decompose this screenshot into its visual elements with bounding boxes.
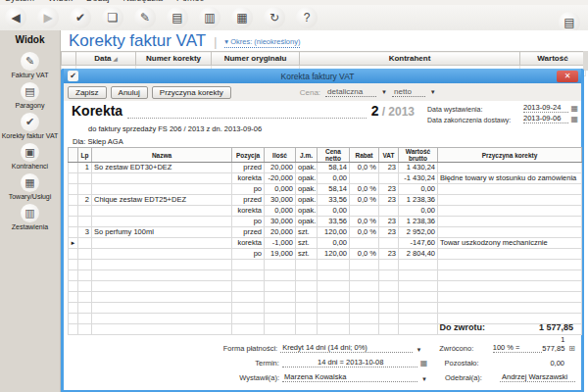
cell-przyczyna-korekty[interactable]: Błędne towary w stosunku do zamówienia <box>438 173 582 184</box>
list-column-header-numer-korekty[interactable]: Numer korekty <box>136 52 212 66</box>
cell-ilosc[interactable]: -1,000 <box>265 238 296 249</box>
scrollbar[interactable] <box>583 51 588 71</box>
cell-jm: opak. <box>296 195 318 206</box>
sidebar-item-korekty-faktur-vat[interactable]: ✔Korekty faktur VAT <box>0 113 60 143</box>
sidebar-item-kontrahenci[interactable]: ▣Kontrahenci <box>0 143 60 173</box>
list-column-header-kontrahent[interactable]: Kontrahent <box>300 52 520 66</box>
corr-column-header-rabat: Rabat <box>350 148 379 163</box>
cancel-button[interactable]: Anuluj <box>111 86 148 99</box>
menu-item-narzędzia[interactable]: Narzędzia <box>123 0 164 3</box>
document-heading-row: Korekta 2 / 2013 <box>72 103 415 119</box>
sidebar-item-faktury-vat[interactable]: ✎Faktury VAT <box>0 52 60 82</box>
export-icon[interactable]: ▥ <box>199 7 220 28</box>
recipient-line: Dla: Sklep AGA <box>73 137 123 146</box>
price-mode-dropdown[interactable]: netto <box>392 87 425 97</box>
calendar-icon[interactable]: ▦ <box>417 359 431 368</box>
cell-vat: 23 <box>379 184 399 195</box>
dropdown-arrow-icon[interactable]: ▼ <box>413 347 426 353</box>
cell-nazwa <box>92 238 232 249</box>
cell-cena-netto: 58,14 <box>318 184 350 195</box>
cell-cena-netto[interactable]: 0,00 <box>318 173 350 184</box>
new-document-icon[interactable]: ❏ <box>102 7 123 28</box>
cell-ilosc[interactable]: -20,000 <box>265 173 296 184</box>
delivery-date-field[interactable]: 2013-09-06 <box>523 114 568 123</box>
save-button[interactable]: Zapisz <box>68 86 107 99</box>
edit-pen-icon[interactable]: ✎ <box>134 7 156 28</box>
document-heading: Korekta <box>72 103 122 119</box>
cell-row-marker <box>69 217 78 227</box>
dialog-titlebar[interactable]: ✔ Korekta faktury VAT ✕ <box>64 69 581 83</box>
cell-nazwa: Chique zestaw EDT25+DEZ <box>92 195 232 206</box>
cell-cena-netto[interactable]: 0,00 <box>318 206 350 217</box>
menu-item-system[interactable]: System <box>5 0 34 3</box>
list-column-header-selector[interactable] <box>62 52 76 66</box>
empty-cell <box>350 260 379 270</box>
cell-ilosc[interactable]: 0,000 <box>265 206 296 217</box>
empty-row <box>69 292 582 303</box>
cell-cena-netto[interactable]: 0,00 <box>318 238 350 249</box>
list-column-header-numer-oryginału[interactable]: Numer oryginału <box>212 52 300 66</box>
print-icon[interactable]: ▤ <box>167 7 188 28</box>
dropdown-arrow-icon[interactable]: ▼ <box>417 376 431 382</box>
sidebar-item-paragony[interactable]: ▤Paragony <box>0 82 60 113</box>
cell-przyczyna-korekty[interactable]: Towar uszkodzony mechanicznie <box>438 238 582 249</box>
cell-rabat: 0,0 % <box>350 195 379 206</box>
period-filter-link[interactable]: ▾ Okres: (nieokreślony) <box>224 37 300 48</box>
cell-pozycja: przed <box>232 163 265 173</box>
issuer-dropdown[interactable]: Marzena Kowalska <box>282 372 417 382</box>
reports-icon: ▥ <box>21 204 39 222</box>
close-button[interactable]: ✕ <box>557 71 578 82</box>
empty-cell <box>379 281 399 292</box>
returned-value[interactable]: 1 577,85 <box>542 335 564 353</box>
issue-date-field[interactable]: 2013-09-24 <box>523 103 568 113</box>
menu-item-dodaj[interactable]: Dodaj <box>86 0 110 3</box>
cell-lp <box>78 238 92 249</box>
price-type-dropdown[interactable]: detaliczna <box>325 87 376 97</box>
receiver-field[interactable]: Andrzej Warszawski <box>500 372 575 382</box>
item-row-3-korekta[interactable]: ►korekta-1,000szt.0,00-147,60Towar uszko… <box>69 238 582 249</box>
issuer-label: Wystawił(a): <box>211 373 282 382</box>
cell-przyczyna-korekty[interactable] <box>438 206 582 217</box>
corr-column-header-wartość-brutto: Wartość brutto <box>399 148 438 163</box>
empty-cell <box>438 292 582 303</box>
totals-row: Do zwrotu: 1 577,85 <box>358 322 573 332</box>
menu-item-widok[interactable]: Widok <box>48 0 73 3</box>
payment-form-dropdown[interactable]: Kredyt 14 dni (14 dni; 0%) <box>280 343 412 353</box>
empty-cell <box>78 281 92 292</box>
item-row-1-korekta[interactable]: korekta-20,000opak.0,00-1 430,24Błędne t… <box>69 173 582 184</box>
document-number[interactable]: 2 <box>371 103 379 119</box>
forward-icon[interactable]: ▶ <box>37 7 59 28</box>
due-value: 1 577,85 <box>485 322 573 332</box>
refresh-icon[interactable]: ↻ <box>264 7 285 28</box>
price-controls: Cena: detaliczna ▼ netto ▼ <box>300 87 436 97</box>
dropdown-arrow-icon[interactable]: ▼ <box>381 89 387 95</box>
corr-column-header-lp: Lp <box>78 148 92 163</box>
cell-nazwa <box>92 173 232 184</box>
term-field[interactable]: 14 dni = 2013-10-08 <box>282 358 417 368</box>
empty-cell <box>399 292 438 303</box>
recipient-value[interactable]: Sklep AGA <box>87 137 122 146</box>
calculator-icon[interactable]: ⊞ <box>564 344 575 353</box>
item-row-2-korekta[interactable]: korekta0,000opak.0,000,00 <box>69 206 582 217</box>
sidebar-item-zestawienia[interactable]: ▥Zestawienia <box>0 204 60 234</box>
sidebar-item-towary-usługi[interactable]: ▦Towary/Usługi <box>0 173 60 204</box>
correction-reason-button[interactable]: Przyczyna korekty <box>152 86 231 99</box>
cell-jm: opak. <box>296 217 318 227</box>
cell-lp <box>78 184 92 195</box>
list-column-header-data[interactable]: Data ◢ <box>76 52 136 66</box>
calendar-icon[interactable]: ▦ <box>568 104 578 113</box>
list-column-header-wartość[interactable]: Wartość <box>520 52 586 66</box>
returned-percent-field[interactable]: 100 % = <box>493 343 543 353</box>
cell-rabat[interactable] <box>350 238 379 249</box>
dropdown-arrow-icon[interactable]: ▼ <box>430 89 436 95</box>
archive-icon[interactable]: ▦ <box>231 7 253 28</box>
back-icon[interactable]: ◀ <box>5 7 26 28</box>
cell-rabat[interactable] <box>350 206 379 217</box>
sidebar-item-label: Towary/Usługi <box>0 192 60 201</box>
accept-icon[interactable]: ✔ <box>70 7 91 28</box>
cell-rabat[interactable] <box>350 173 379 184</box>
menu-item-pomoc[interactable]: Pomoc <box>176 0 204 3</box>
help-icon[interactable]: ? <box>296 7 318 28</box>
calendar-icon[interactable]: ▦ <box>568 115 578 123</box>
page-title: Korekty faktur VAT <box>69 31 206 51</box>
